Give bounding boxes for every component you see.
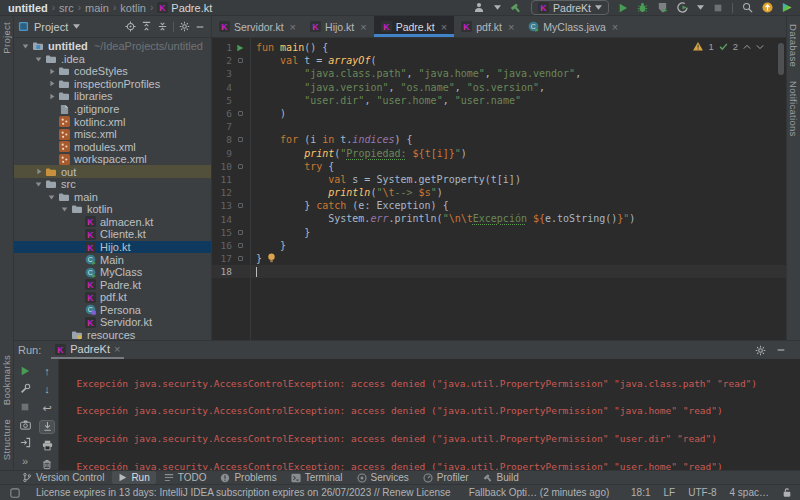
gutter-line-11[interactable]: 11: [212, 173, 250, 186]
file-encoding[interactable]: UTF-8: [688, 487, 716, 498]
tree-item-inspectionprofiles[interactable]: inspectionProfiles: [14, 78, 211, 91]
more-actions-icon[interactable]: »: [17, 454, 33, 467]
chevron-collapsed-icon[interactable]: [46, 92, 57, 101]
run-settings-gear-icon[interactable]: [755, 345, 766, 356]
tree-item-modules.xml[interactable]: modules.xml: [14, 140, 211, 153]
breadcrumb-item[interactable]: kotlin: [120, 2, 146, 14]
tree-item-servidor.kt[interactable]: KServidor.kt: [14, 316, 211, 329]
build-project-icon[interactable]: [510, 2, 522, 14]
toolwindow-button-run[interactable]: Run: [112, 471, 155, 484]
gutter-line-1[interactable]: 1: [212, 41, 250, 54]
run-button[interactable]: [618, 3, 628, 13]
gutter-line-2[interactable]: 2: [212, 54, 250, 67]
toolwindow-button-todo[interactable]: TODO: [158, 471, 213, 484]
tree-item-myclass[interactable]: CMyClass: [14, 266, 211, 279]
editor-tab-myclass.java[interactable]: CMyClass.java×: [521, 16, 625, 37]
toolwindow-button-services[interactable]: Services: [351, 471, 415, 484]
code-line-18[interactable]: [251, 265, 786, 278]
run-with-coverage-icon[interactable]: [657, 2, 668, 13]
prev-issue-icon[interactable]: [743, 44, 751, 50]
gutter-line-5[interactable]: 5: [212, 94, 250, 107]
breadcrumb-item[interactable]: main: [85, 2, 109, 14]
code-line-3[interactable]: "java.class.path", "java.home", "java.ve…: [251, 67, 786, 80]
close-tab-icon[interactable]: ×: [441, 21, 447, 33]
tree-item-hijo.kt[interactable]: KHijo.kt: [14, 241, 211, 254]
run-line-icon[interactable]: [232, 44, 248, 52]
chevron-collapsed-icon[interactable]: [46, 79, 57, 88]
gutter-line-13[interactable]: 13: [212, 199, 250, 212]
code-line-6[interactable]: ): [251, 107, 786, 120]
tree-item-almacen.kt[interactable]: Kalmacen.kt: [14, 216, 211, 229]
chevron-collapsed-icon[interactable]: [46, 67, 57, 76]
caret-position[interactable]: 18:1: [631, 487, 650, 498]
toolwindow-button-build[interactable]: Build: [477, 471, 525, 484]
scroll-to-end-icon[interactable]: [39, 420, 55, 434]
indent-setting[interactable]: 4 spac…: [730, 487, 769, 498]
gutter-line-7[interactable]: 7: [212, 120, 250, 133]
hide-run-panel-icon[interactable]: [776, 345, 786, 356]
tree-item-padre.kt[interactable]: KPadre.kt: [14, 278, 211, 291]
intention-bulb-icon[interactable]: [267, 253, 276, 266]
toolwindow-button-profiler[interactable]: Profiler: [417, 471, 475, 484]
tree-item-workspace.xml[interactable]: workspace.xml: [14, 153, 211, 166]
tree-item-kotlin[interactable]: kotlin: [14, 203, 211, 216]
collapse-all-icon[interactable]: [157, 21, 168, 32]
next-issue-icon[interactable]: [756, 44, 764, 50]
stripe-notifications-label[interactable]: Notifications: [788, 81, 799, 137]
editor-code-area[interactable]: fun main() { val t = arrayOf( "java.clas…: [250, 38, 786, 340]
stripe-bookmarks-label[interactable]: Bookmarks: [1, 355, 12, 405]
tree-item-src[interactable]: src: [14, 178, 211, 191]
gutter-line-18[interactable]: 18: [212, 265, 250, 278]
code-line-14[interactable]: System.err.println("\n\tExcepción ${e.to…: [251, 212, 786, 225]
toolwindow-button-terminal[interactable]: Terminal: [285, 471, 349, 484]
chevron-down-icon[interactable]: [697, 5, 704, 10]
up-stack-icon[interactable]: ↑: [39, 364, 55, 378]
code-line-12[interactable]: println("\t--> $s"): [251, 186, 786, 199]
print-icon[interactable]: [39, 439, 55, 453]
close-tab-icon[interactable]: ×: [360, 21, 366, 33]
code-line-4[interactable]: "java.version", "os.name", "os.version",: [251, 81, 786, 94]
settings-gear-icon[interactable]: [179, 21, 190, 32]
readonly-lock-icon[interactable]: [782, 487, 792, 498]
dump-threads-icon[interactable]: [17, 418, 33, 431]
project-view-icon[interactable]: [18, 21, 29, 32]
toolwindow-button-problems[interactable]: Problems: [214, 471, 282, 484]
gutter-line-14[interactable]: 14: [212, 212, 250, 225]
clear-console-icon[interactable]: [39, 457, 55, 471]
gutter-line-4[interactable]: 4: [212, 81, 250, 94]
tree-item-out[interactable]: out: [14, 165, 211, 178]
chevron-expanded-icon[interactable]: [33, 55, 44, 63]
gutter-line-15[interactable]: 15: [212, 226, 250, 239]
tree-item-libraries[interactable]: libraries: [14, 90, 211, 103]
chevron-expanded-icon[interactable]: [59, 205, 70, 213]
chevron-expanded-icon[interactable]: [46, 193, 57, 201]
tree-item-main[interactable]: CMain: [14, 253, 211, 266]
tree-item-resources[interactable]: resources: [14, 329, 211, 340]
project-panel-title[interactable]: Project: [34, 21, 68, 33]
tree-item-codestyles[interactable]: codeStyles: [14, 65, 211, 78]
code-line-13[interactable]: } catch (e: Exception) {: [251, 199, 786, 212]
code-line-15[interactable]: }: [251, 226, 786, 239]
run-console-output[interactable]: Excepción java.security.AccessControlExc…: [58, 359, 800, 471]
stripe-structure-label[interactable]: Structure: [1, 419, 12, 460]
toolwindow-toggle-icon[interactable]: [10, 488, 20, 498]
close-run-tab-icon[interactable]: ×: [114, 343, 120, 355]
expand-all-icon[interactable]: [141, 21, 152, 32]
code-line-2[interactable]: val t = arrayOf(: [251, 54, 786, 67]
run-configuration-select[interactable]: K PadreKt: [531, 0, 609, 15]
code-line-5[interactable]: "user.dir", "user.home", "user.name": [251, 94, 786, 107]
down-stack-icon[interactable]: ↓: [39, 383, 55, 397]
line-separator[interactable]: LF: [664, 487, 676, 498]
tree-item-persona[interactable]: CPersona: [14, 303, 211, 316]
code-line-8[interactable]: for (i in t.indices) {: [251, 133, 786, 146]
code-line-16[interactable]: }: [251, 239, 786, 252]
breadcrumb-item[interactable]: src: [59, 2, 74, 14]
stripe-project-label[interactable]: Project: [1, 22, 12, 54]
breadcrumb-file[interactable]: KPadre.kt: [157, 2, 212, 14]
license-status-text[interactable]: License expires in 13 days: IntelliJ IDE…: [36, 487, 451, 498]
chevron-down-icon[interactable]: [494, 5, 501, 10]
breadcrumb[interactable]: untitled›src›main›kotlin›KPadre.kt: [0, 2, 473, 14]
run-tab[interactable]: K PadreKt ×: [51, 341, 124, 359]
tree-item-pdf.kt[interactable]: Kpdf.kt: [14, 291, 211, 304]
editor-tab-padre.kt[interactable]: KPadre.kt×: [374, 16, 455, 37]
